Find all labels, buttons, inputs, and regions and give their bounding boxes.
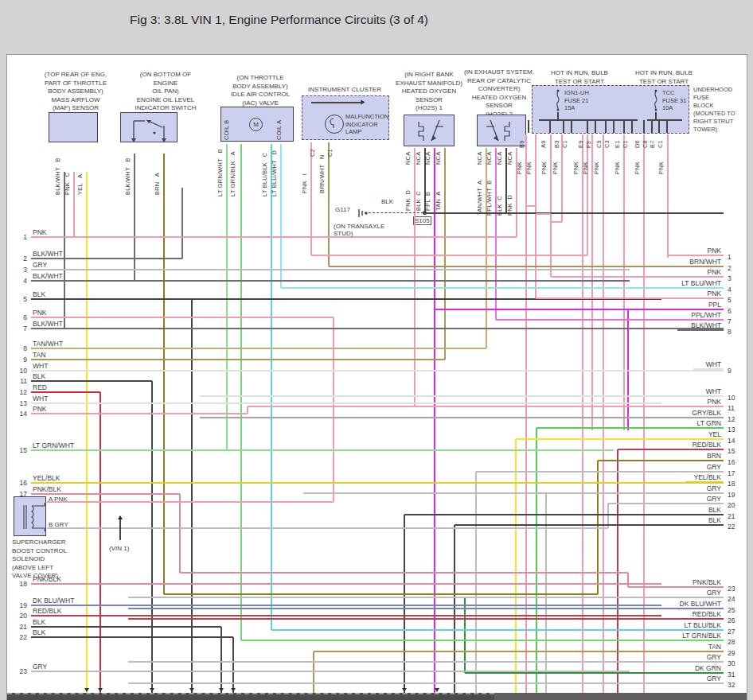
right-wire-color-label: BRN/WHT xyxy=(594,258,721,266)
rotated-wire-label: BLK/WHT B xyxy=(54,146,62,195)
right-wire-color-label: LT GRN/BLK xyxy=(594,632,721,640)
rotated-wire-label: NCA xyxy=(424,149,432,165)
rotated-wire-label: NCA xyxy=(496,149,504,165)
wire-segment xyxy=(191,299,193,693)
wire-segment xyxy=(47,501,334,503)
right-circuit-number: 30 xyxy=(728,659,735,667)
wire-segment xyxy=(666,120,668,133)
right-circuit-wire xyxy=(128,682,724,684)
left-circuit-number: 23 xyxy=(13,667,27,675)
rotated-wire-label: PNK xyxy=(572,154,580,174)
left-circuit-wire xyxy=(31,482,724,484)
left-wire-color-label: TAN/WHT xyxy=(33,340,63,348)
right-circuit-wire xyxy=(329,266,724,267)
left-circuit-wire xyxy=(31,615,661,616)
wire-segment xyxy=(658,120,660,133)
pcm-connector-band-right xyxy=(494,693,747,700)
right-circuit-number: 29 xyxy=(728,649,735,657)
right-wire-color-label: PNK xyxy=(594,247,721,255)
lamp-filament-icon xyxy=(325,115,342,132)
left-circuit-number: 3 xyxy=(13,266,27,274)
rotated-wire-label: B9 xyxy=(518,135,526,148)
right-circuit-number: 26 xyxy=(728,616,735,624)
rotated-wire-label: NCA xyxy=(435,149,443,165)
ho2s1-label: (IN RIGHT BANK EXHAUST MANIFOLD) HEATED … xyxy=(395,71,463,113)
right-circuit-wire xyxy=(608,503,724,504)
right-circuit-number: 12 xyxy=(728,415,735,423)
rotated-wire-label: PNK C xyxy=(64,146,72,195)
right-circuit-number: 3 xyxy=(728,274,732,282)
left-circuit-number: 22 xyxy=(13,633,27,641)
wire-segment xyxy=(365,212,423,215)
wire-segment xyxy=(475,472,477,693)
right-circuit-wire xyxy=(404,514,724,515)
wire-segment xyxy=(328,142,330,266)
right-circuit-wire xyxy=(536,427,724,429)
wire-segment xyxy=(536,213,551,215)
pcm-entry-arrow-icon xyxy=(435,688,439,692)
wire-segment xyxy=(280,144,282,288)
right-wire-color-label: GRY xyxy=(594,484,721,492)
wire-segment xyxy=(528,120,529,133)
right-circuit-wire xyxy=(685,481,724,483)
rotated-wire-label: BLK/WHT B xyxy=(124,146,132,195)
wire-segment xyxy=(240,144,242,640)
right-circuit-number: 10 xyxy=(728,394,735,402)
wire-segment xyxy=(73,172,75,237)
rotated-wire-label: TAN/WHT A xyxy=(476,168,484,216)
maf-sensor-box xyxy=(49,112,98,142)
mil-label: MALFUNCTION INDICATOR LAMP xyxy=(345,113,388,136)
left-circuit-wire xyxy=(31,348,486,349)
right-circuit-wire xyxy=(677,329,724,331)
instrument-cluster-label: INSTRUMENT CLUSTER xyxy=(300,86,389,95)
right-circuit-wire xyxy=(668,255,724,256)
left-wire-color-label: BLK xyxy=(33,628,45,636)
rotated-wire-label: C9 xyxy=(595,135,603,148)
right-wire-color-label: PNK xyxy=(594,398,721,406)
wire-segment xyxy=(179,494,181,573)
wire-segment xyxy=(587,134,588,255)
boost-solenoid-label: SUPERCHARGER BOOST CONTROL SOLENOID (ABO… xyxy=(12,539,88,581)
left-circuit-number: 11 xyxy=(13,377,27,385)
right-circuit-number: 2 xyxy=(728,264,732,272)
oil-level-switch-box xyxy=(120,112,178,142)
rotated-wire-label: PNK xyxy=(540,154,548,174)
right-circuit-wire xyxy=(241,640,724,641)
pcm-entry-arrow-icon xyxy=(189,688,194,692)
right-circuit-number: 23 xyxy=(728,585,735,593)
right-circuit-wire xyxy=(200,395,724,397)
iac-valve-label: (ON THROTTLE BODY ASSEMBLY) IDLE AIR CON… xyxy=(214,74,306,107)
maf-sensor-label: (TOP REAR OF ENG, PART OF THROTTLE BODY … xyxy=(25,71,127,113)
wire-segment xyxy=(623,120,625,133)
right-wire-color-label: RED/BLK xyxy=(594,441,721,449)
pcm-entry-arrow-icon xyxy=(219,688,224,692)
wire-segment xyxy=(605,120,607,133)
fuse31-symbol-icon xyxy=(651,88,661,112)
right-wire-color-label: RED/BLK xyxy=(594,610,721,618)
left-wire-color-label: GRY xyxy=(33,261,47,269)
fuse21-symbol-icon xyxy=(553,88,563,112)
wire-segment xyxy=(549,120,551,133)
rotated-wire-label: LT GRN/BLK A xyxy=(229,144,237,196)
rotated-wire-label: C1 xyxy=(326,146,334,157)
rotated-wire-label: TAN A xyxy=(435,169,443,211)
diagram-canvas: (TOP REAR OF ENG, PART OF THROTTLE BODY … xyxy=(6,54,747,700)
right-circuit-number: 28 xyxy=(728,638,735,646)
rotated-wire-label: C2 xyxy=(309,146,317,157)
right-circuit-number: 8 xyxy=(728,328,732,336)
left-circuit-wire xyxy=(31,317,334,318)
left-wire-color-label: BLK/WHT xyxy=(33,250,63,258)
fuse31-hot-label: HOT IN RUN, BULB TEST OR START xyxy=(626,69,701,86)
left-circuit-number: 20 xyxy=(13,612,27,620)
left-circuit-number: 2 xyxy=(13,255,27,262)
right-wire-color-label: LT BLU/WHT xyxy=(594,279,721,287)
wire-segment xyxy=(47,527,608,529)
switch-symbol-icon xyxy=(121,113,178,143)
rotated-wire-label: PNK xyxy=(593,154,601,174)
pcm-entry-arrow-icon xyxy=(402,688,407,692)
left-circuit-number: 21 xyxy=(13,623,27,631)
wire-segment xyxy=(404,515,405,693)
wire-segment xyxy=(425,212,724,214)
pcm-entry-arrow-icon xyxy=(98,688,103,692)
pcm-entry-arrow-icon xyxy=(150,688,154,692)
